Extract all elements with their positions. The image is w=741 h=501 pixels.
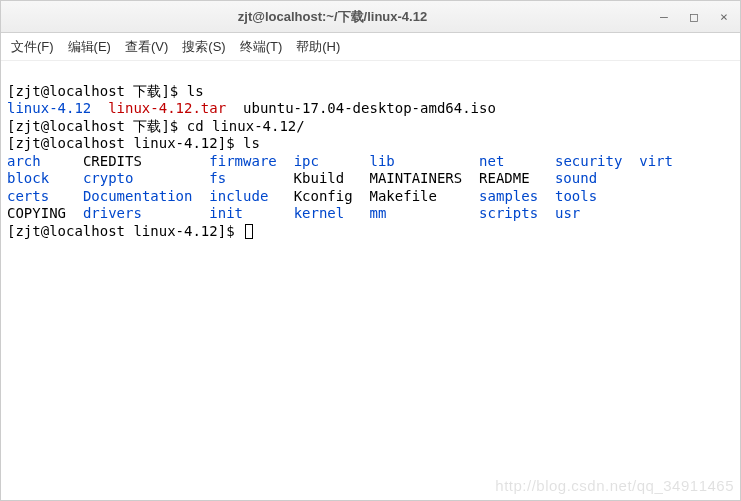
ls-file: CREDITS [83,153,142,169]
terminal-content[interactable]: [zjt@localhost 下载]$ ls linux-4.12 linux-… [1,61,740,500]
menu-file[interactable]: 文件(F) [11,38,54,56]
terminal-window: zjt@localhost:~/下载/linux-4.12 – □ × 文件(F… [0,0,741,501]
ls-file: MAINTAINERS [369,170,462,186]
ls-dir: tools [555,188,597,204]
prompt: [zjt@localhost linux-4.12]$ [7,223,243,239]
window-title: zjt@localhost:~/下载/linux-4.12 [9,8,656,26]
ls-file: COPYING [7,205,66,221]
ls-file: Makefile [370,188,437,204]
prompt: [zjt@localhost 下载]$ [7,118,187,134]
ls-dir: include [209,188,268,204]
ls-dir: fs [209,170,226,186]
ls-file: Kbuild [294,170,345,186]
menu-view[interactable]: 查看(V) [125,38,168,56]
prompt: [zjt@localhost 下载]$ [7,83,187,99]
ls-file: README [479,170,530,186]
ls-file: ubuntu-17.04-desktop-amd64.iso [226,100,496,116]
menu-help[interactable]: 帮助(H) [296,38,340,56]
ls-dir: Documentation [83,188,193,204]
ls-dir: kernel [294,205,345,221]
close-button[interactable]: × [716,9,732,25]
command-text: ls [187,83,204,99]
cursor [245,224,253,239]
ls-dir: init [209,205,243,221]
ls-dir: linux-4.12 [7,100,91,116]
ls-dir: virt [639,153,673,169]
ls-dir: scripts [479,205,538,221]
menu-search[interactable]: 搜索(S) [182,38,225,56]
ls-dir: lib [370,153,395,169]
ls-dir: net [479,153,504,169]
ls-dir: mm [370,205,387,221]
maximize-button[interactable]: □ [686,9,702,25]
ls-dir: sound [555,170,597,186]
command-text: ls [243,135,260,151]
ls-dir: arch [7,153,41,169]
menu-terminal[interactable]: 终端(T) [240,38,283,56]
ls-dir: security [555,153,622,169]
ls-dir: drivers [83,205,142,221]
ls-dir: certs [7,188,49,204]
ls-file: Kconfig [294,188,353,204]
ls-dir: samples [479,188,538,204]
ls-dir: ipc [294,153,319,169]
menubar: 文件(F) 编辑(E) 查看(V) 搜索(S) 终端(T) 帮助(H) [1,33,740,61]
watermark: http://blog.csdn.net/qq_34911465 [495,477,734,496]
ls-dir: firmware [209,153,276,169]
window-controls: – □ × [656,9,732,25]
ls-dir: block [7,170,49,186]
ls-dir: usr [555,205,580,221]
minimize-button[interactable]: – [656,9,672,25]
titlebar: zjt@localhost:~/下载/linux-4.12 – □ × [1,1,740,33]
ls-dir: crypto [83,170,134,186]
prompt: [zjt@localhost linux-4.12]$ [7,135,243,151]
command-text: cd linux-4.12/ [187,118,305,134]
ls-archive: linux-4.12.tar [108,100,226,116]
menu-edit[interactable]: 编辑(E) [68,38,111,56]
